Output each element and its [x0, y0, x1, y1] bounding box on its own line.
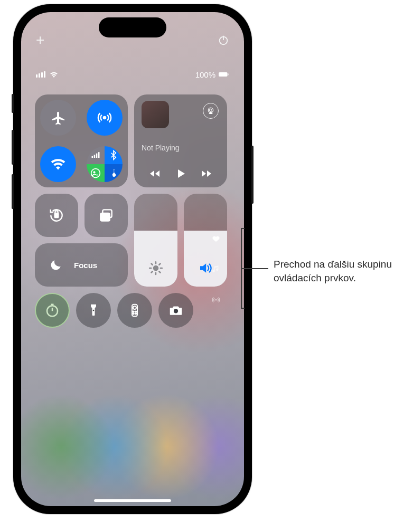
focus-label: Focus: [74, 261, 97, 270]
power-icon[interactable]: [218, 34, 229, 46]
svg-line-23: [159, 271, 160, 272]
brightness-fill: [134, 231, 177, 287]
volume-down-button: [12, 174, 14, 209]
wifi-icon: [49, 71, 59, 78]
airplane-mode-toggle[interactable]: [40, 100, 76, 136]
svg-point-34: [133, 313, 134, 314]
play-button[interactable]: [173, 167, 188, 182]
battery-icon: [219, 71, 229, 78]
wifi-toggle[interactable]: [40, 146, 76, 182]
svg-rect-5: [92, 156, 93, 158]
add-control-button[interactable]: +: [36, 33, 44, 48]
media-module[interactable]: Not Playing: [134, 94, 227, 187]
svg-point-13: [210, 109, 212, 111]
volume-up-button: [12, 130, 14, 165]
svg-point-32: [133, 311, 134, 312]
music-page-icon[interactable]: [211, 264, 221, 276]
iphone-frame: + 100%: [13, 4, 252, 514]
camera-button[interactable]: [158, 293, 193, 328]
svg-line-25: [159, 264, 160, 265]
orientation-lock-toggle[interactable]: [35, 194, 78, 237]
svg-point-33: [135, 311, 136, 312]
svg-point-37: [215, 299, 217, 301]
timer-button[interactable]: [35, 293, 70, 328]
svg-point-36: [174, 309, 178, 313]
sun-icon: [148, 260, 164, 278]
svg-point-11: [112, 175, 113, 176]
screen-mirroring-button[interactable]: [85, 194, 128, 237]
moon-icon: [45, 254, 67, 276]
previous-track-button[interactable]: [147, 167, 162, 182]
svg-rect-16: [100, 213, 109, 221]
airplay-button[interactable]: [203, 103, 219, 119]
svg-point-10: [93, 171, 95, 173]
next-track-button[interactable]: [199, 167, 214, 182]
svg-line-24: [152, 271, 153, 272]
svg-rect-2: [219, 72, 228, 77]
callout-leader: [241, 268, 268, 269]
svg-point-9: [91, 169, 100, 178]
callout-text: Prechod na ďalšiu skupinu ovládacích prv…: [274, 258, 406, 285]
callout-bracket-top: [241, 228, 245, 229]
svg-rect-14: [55, 213, 59, 217]
svg-rect-3: [228, 73, 229, 75]
media-status-label: Not Playing: [142, 144, 220, 152]
airdrop-toggle[interactable]: [87, 100, 123, 136]
connectivity-page-icon[interactable]: [211, 295, 221, 307]
svg-point-17: [153, 265, 159, 271]
status-bar: 100%: [21, 69, 244, 80]
screen: + 100%: [21, 12, 244, 506]
favorites-page-icon[interactable]: [211, 234, 221, 245]
cellular-signal-icon: [36, 71, 45, 78]
album-art: [142, 101, 169, 128]
brightness-slider[interactable]: [134, 194, 177, 287]
svg-rect-6: [94, 155, 96, 158]
connectivity-module[interactable]: [35, 94, 128, 187]
focus-button[interactable]: Focus: [35, 243, 128, 287]
svg-point-29: [93, 310, 95, 311]
home-indicator[interactable]: [94, 499, 171, 502]
control-center-top-bar: +: [21, 33, 244, 47]
page-switcher[interactable]: [211, 234, 221, 307]
svg-point-35: [135, 313, 136, 314]
svg-point-4: [103, 116, 107, 120]
flashlight-button[interactable]: [76, 293, 111, 328]
callout-bracket-bottom: [241, 308, 245, 309]
svg-rect-8: [98, 152, 100, 158]
connectivity-cluster[interactable]: [87, 146, 123, 182]
apple-tv-remote-button[interactable]: [117, 293, 152, 328]
ring-switch: [12, 94, 14, 113]
svg-line-22: [152, 264, 153, 265]
control-center: Not Playing: [35, 94, 232, 328]
battery-percent: 100%: [195, 70, 215, 79]
svg-rect-7: [96, 154, 98, 158]
svg-point-31: [133, 306, 136, 309]
side-button: [251, 146, 254, 204]
